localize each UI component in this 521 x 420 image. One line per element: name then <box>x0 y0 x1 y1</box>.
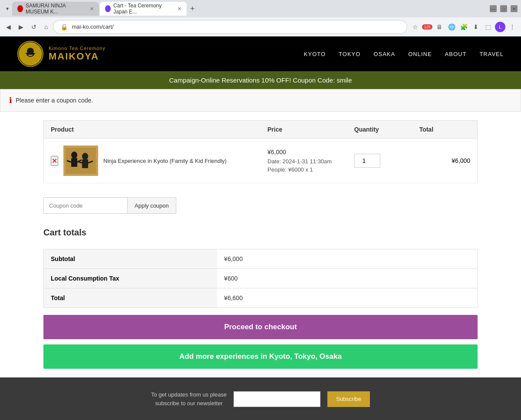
browser-chrome: ▾ SAMURAI NINJA MUSEUM K... ✕ Cart - Tea… <box>0 0 521 36</box>
extension-icon[interactable]: 🧩 <box>458 22 469 32</box>
maximize-button[interactable]: □ <box>500 5 507 12</box>
subtotal-row: Subtotal ¥6,000 <box>44 249 478 269</box>
nav-online[interactable]: ONLINE <box>408 51 432 57</box>
browser-tab-2[interactable]: Cart - Tea Ceremony Japan E... ✕ <box>100 2 187 16</box>
price-details: ¥6,000 Date: 2024-1-31 11:30am People: ¥… <box>267 149 340 173</box>
close-window-button[interactable]: ✕ <box>511 5 518 12</box>
cart-totals-title: Cart totals <box>43 228 86 238</box>
error-icon: ℹ <box>9 96 12 105</box>
subtotal-value: ¥6,000 <box>217 249 477 269</box>
new-tab-button[interactable]: + <box>188 3 198 14</box>
toolbar-icons: ☆ 125 🖥 🌐 🧩 ⬇ ⬚ L ⋮ <box>410 22 518 32</box>
coupon-code-input[interactable] <box>43 197 128 214</box>
coupon-row: Apply coupon <box>43 192 478 219</box>
product-image-svg <box>63 146 98 176</box>
error-bar: ℹ Please enter a coupon code. <box>0 89 521 112</box>
browser-toolbar: ◀ ▶ ↺ ⌂ 🔒 mai-ko.com/cart/ ☆ 125 🖥 🌐 🧩 ⬇… <box>0 17 521 36</box>
quantity-input[interactable] <box>354 154 380 168</box>
logo-circle <box>17 41 43 67</box>
site-footer: To get updates from us please subscribe … <box>0 377 521 420</box>
svg-rect-4 <box>71 158 77 167</box>
user-avatar[interactable]: L <box>495 22 505 32</box>
checkout-button[interactable]: Proceed to checkout <box>43 315 478 339</box>
browser-titlebar: ▾ SAMURAI NINJA MUSEUM K... ✕ Cart - Tea… <box>0 0 521 17</box>
product-image <box>63 146 98 176</box>
address-text: mai-ko.com/cart/ <box>72 23 402 30</box>
logo-title: MAIKOYA <box>49 51 106 62</box>
browser-tab-1[interactable]: SAMURAI NINJA MUSEUM K... ✕ <box>12 2 99 16</box>
tab-favicon-2 <box>105 5 111 12</box>
remove-item-button[interactable]: ✕ <box>51 156 58 166</box>
tab-close-2[interactable]: ✕ <box>178 6 181 12</box>
logo-area: Kimono Tea Ceremony MAIKOYA <box>17 41 106 67</box>
extensions-badge[interactable]: 125 <box>422 22 432 32</box>
tax-row: Local Consumption Tax ¥600 <box>44 269 478 288</box>
th-total: Total <box>412 121 478 139</box>
price-main: ¥6,000 <box>267 149 340 155</box>
address-bar[interactable]: 🔒 mai-ko.com/cart/ <box>53 20 407 34</box>
cart-table-header: Product Price Quantity Total <box>44 121 478 139</box>
address-security-icon: 🔒 <box>59 22 69 32</box>
badge-count: 125 <box>422 24 432 30</box>
more-experiences-button[interactable]: Add more experiences in Kyoto, Tokyo, Os… <box>43 344 478 369</box>
tab-favicon-1 <box>17 5 23 12</box>
newsletter-email-input[interactable] <box>234 391 320 407</box>
translate-icon[interactable]: 🌐 <box>446 22 457 32</box>
tax-value: ¥600 <box>217 269 477 288</box>
th-quantity: Quantity <box>347 121 412 139</box>
apply-coupon-button[interactable]: Apply coupon <box>128 197 176 214</box>
logo-image <box>19 42 42 66</box>
minimize-button[interactable]: — <box>490 5 497 12</box>
tab-close-1[interactable]: ✕ <box>90 6 94 12</box>
tab-label-2: Cart - Tea Ceremony Japan E... <box>113 3 173 15</box>
th-product: Product <box>44 121 261 139</box>
logo-subtitle: Kimono Tea Ceremony <box>49 46 106 51</box>
campaign-text: Campaign-Online Reservations 10% OFF! Co… <box>169 76 352 84</box>
bookmark-icon[interactable]: ☆ <box>410 22 420 32</box>
subscribe-button[interactable]: Subscribe <box>327 391 370 407</box>
cart-item-qty-cell <box>347 139 412 183</box>
sidebar-icon[interactable]: ⬚ <box>483 22 493 32</box>
svg-point-3 <box>71 152 77 159</box>
site-nav: KYOTO TOKYO OSAKA ONLINE ABOUT TRAVEL <box>304 51 504 57</box>
cart-item-total-cell: ¥6,000 <box>412 139 478 183</box>
total-value: ¥6,600 <box>217 288 477 308</box>
menu-icon[interactable]: ⋮ <box>507 22 518 32</box>
product-name: Ninja Experience in Kyoto (Family & Kid … <box>103 158 227 164</box>
newsletter-text: To get updates from us please subscribe … <box>151 390 227 407</box>
tab-label-1: SAMURAI NINJA MUSEUM K... <box>26 3 86 15</box>
table-header-row: Product Price Quantity Total <box>44 121 478 139</box>
th-price: Price <box>260 121 347 139</box>
home-button[interactable]: ⌂ <box>42 22 50 32</box>
reload-button[interactable]: ↺ <box>29 22 39 32</box>
cart-table-body: ✕ <box>44 139 478 183</box>
cart-totals-wrapper: Cart totals Subtotal ¥6,000 Local Consum… <box>43 228 478 369</box>
save-icon[interactable]: ⬇ <box>471 22 481 32</box>
campaign-banner: Campaign-Online Reservations 10% OFF! Co… <box>0 71 521 89</box>
total-label: Total <box>44 288 218 308</box>
cast-icon[interactable]: 🖥 <box>434 22 445 32</box>
subtotal-label: Subtotal <box>44 249 218 269</box>
totals-table: Subtotal ¥6,000 Local Consumption Tax ¥6… <box>43 249 478 308</box>
nav-kyoto[interactable]: KYOTO <box>304 51 326 57</box>
cart-item-price-cell: ¥6,000 Date: 2024-1-31 11:30am People: ¥… <box>260 139 347 183</box>
logo-svg <box>22 45 39 63</box>
site-header: Kimono Tea Ceremony MAIKOYA KYOTO TOKYO … <box>0 36 521 71</box>
item-total: ¥6,000 <box>452 157 470 164</box>
newsletter-section: To get updates from us please subscribe … <box>17 390 504 407</box>
tax-label: Local Consumption Tax <box>44 269 218 288</box>
tab-list-button[interactable]: ▾ <box>3 4 11 13</box>
page-content: Kimono Tea Ceremony MAIKOYA KYOTO TOKYO … <box>0 36 521 420</box>
product-cell: ✕ <box>51 146 254 176</box>
main-content: Product Price Quantity Total ✕ <box>0 112 521 377</box>
cart-item-product-cell: ✕ <box>44 139 261 183</box>
nav-travel[interactable]: TRAVEL <box>479 51 504 57</box>
svg-rect-8 <box>82 159 88 168</box>
nav-about[interactable]: ABOUT <box>445 51 467 57</box>
back-button[interactable]: ◀ <box>3 22 13 32</box>
nav-tokyo[interactable]: TOKYO <box>339 51 360 57</box>
forward-button[interactable]: ▶ <box>16 22 26 32</box>
price-date: Date: 2024-1-31 11:30am <box>267 158 340 165</box>
nav-osaka[interactable]: OSAKA <box>373 51 395 57</box>
error-text: Please enter a coupon code. <box>16 97 93 104</box>
